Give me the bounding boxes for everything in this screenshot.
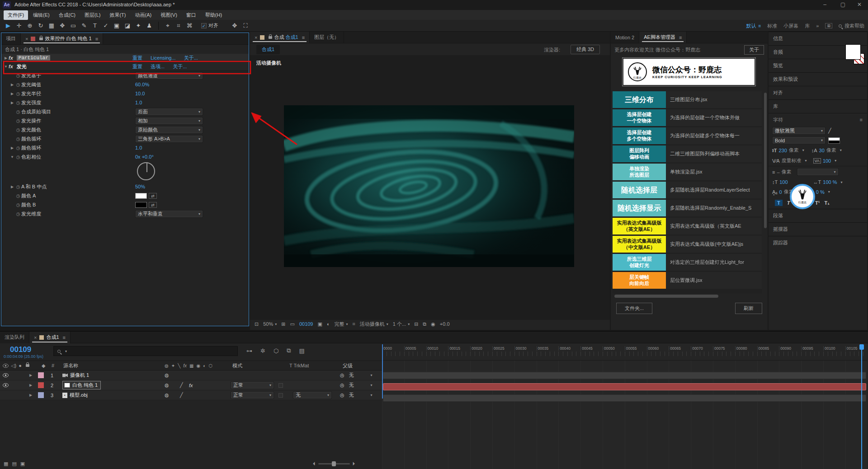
dock-panel-4[interactable]: 对齐 xyxy=(769,86,867,99)
workspace-tab-default[interactable]: 默认≡ xyxy=(746,23,761,29)
tab-render-queue[interactable]: 渲染队列 xyxy=(0,332,29,343)
dock-bottom-panel-0[interactable]: 段落 xyxy=(769,209,867,222)
script-button[interactable]: 选择层创建多个空物体 xyxy=(613,127,666,144)
tab-layer[interactable]: 图层（无） xyxy=(310,32,344,43)
swap-colors-icon[interactable]: ⇄ xyxy=(149,202,157,208)
dock-panel-5[interactable]: 库 xyxy=(769,99,867,113)
tsume-value[interactable]: 0 % xyxy=(816,189,825,195)
roi-icon[interactable]: ⌗ xyxy=(353,321,355,327)
fx-switch[interactable]: fx xyxy=(189,383,193,388)
axis-mode-icon-2[interactable]: ⌘ xyxy=(184,22,195,29)
menu-item-8[interactable]: 帮助(H) xyxy=(201,10,226,20)
stopwatch-icon[interactable]: ◷ xyxy=(15,136,21,141)
workspace-tab-standard[interactable]: 标准 xyxy=(767,23,777,29)
trkmat-dropdown[interactable]: 无▾ xyxy=(293,391,332,399)
parent-dropdown[interactable]: 无▾ xyxy=(347,381,375,389)
fill-over-stroke-swatch[interactable] xyxy=(828,137,840,144)
minimize-button[interactable]: – xyxy=(821,1,829,8)
effect-name[interactable]: 发光 xyxy=(17,63,27,70)
property-dropdown[interactable]: 原始颜色▾ xyxy=(135,126,203,134)
parent-pickwhip-icon[interactable]: ◎ xyxy=(340,392,344,398)
stopwatch-icon[interactable]: ◷ xyxy=(15,211,21,216)
stopwatch-icon[interactable]: ◷ xyxy=(15,73,21,78)
tab-composition[interactable]: × 合成 合成1 ≡ xyxy=(250,32,310,43)
effect-link-1[interactable]: 选项... xyxy=(151,63,165,70)
rotation-tool[interactable]: ↻ xyxy=(35,22,46,29)
expander-icon[interactable]: ▶ xyxy=(9,146,15,150)
preserve-transparency-checkbox[interactable] xyxy=(278,383,283,388)
grid-guides-icon[interactable]: ⊞ xyxy=(281,321,285,327)
property-dropdown[interactable]: 颜色通道▾ xyxy=(135,72,203,80)
leading-value[interactable]: 30 xyxy=(819,148,825,153)
tab-timeline-comp[interactable]: × 合成1 ≡ xyxy=(29,332,71,343)
expander-icon[interactable]: ▶ xyxy=(3,56,9,60)
hand-tool[interactable]: ✛ xyxy=(14,22,24,29)
camera-dropdown[interactable]: 活动摄像机▾ xyxy=(360,321,388,328)
layer-label-swatch[interactable] xyxy=(38,392,44,398)
effect-name[interactable]: Particular xyxy=(17,55,50,61)
stopwatch-icon[interactable]: ◷ xyxy=(15,127,21,132)
timeline-icon[interactable]: ⧉ xyxy=(423,321,426,327)
expander-icon[interactable]: ▼ xyxy=(9,155,15,159)
help-search[interactable]: 搜索帮助 xyxy=(839,23,864,29)
fx-badge[interactable]: fx xyxy=(9,55,13,61)
faux-style-button-4[interactable]: T¹ xyxy=(815,200,820,206)
zoom-tool[interactable]: ⊕ xyxy=(24,22,35,29)
mask-toggle-icon[interactable]: ▭ xyxy=(290,321,294,327)
current-frame-display[interactable]: 00109 xyxy=(10,345,31,354)
tab-motion2[interactable]: Motion 2 xyxy=(611,32,639,43)
trkmat-header[interactable]: T TrkMat xyxy=(289,363,309,368)
camera-tool[interactable]: ▦ xyxy=(46,22,57,29)
font-size-value[interactable]: 230 xyxy=(778,148,787,153)
tracking-value[interactable]: 100 xyxy=(823,158,831,164)
toolbar-extra-icon-1[interactable]: ⛶ xyxy=(240,22,251,29)
stopwatch-icon[interactable]: ◷ xyxy=(15,202,21,207)
script-button[interactable]: 实用表达式集高级版（中文版AE） xyxy=(613,236,666,253)
layer-name[interactable]: 白色 纯色 1 xyxy=(72,382,98,389)
timeline-bottom-icon-2[interactable]: ▣ xyxy=(20,461,25,467)
timeline-bottom-icon-0[interactable]: ▦ xyxy=(4,461,8,467)
menu-item-6[interactable]: 视图(V) xyxy=(156,10,181,20)
comp-breadcrumb-chip[interactable]: 合成1 xyxy=(256,45,280,54)
parent-pickwhip-icon[interactable]: ◎ xyxy=(340,382,344,388)
pixel-aspect-icon[interactable]: ⊟ xyxy=(414,321,418,327)
toolbar-extra-icon-0[interactable]: ✥ xyxy=(229,22,240,29)
timeline-control-icon-2[interactable]: ⬡ xyxy=(274,347,278,354)
layer-duration-bar[interactable] xyxy=(383,383,866,390)
exposure-value[interactable]: +0.0 xyxy=(440,321,450,327)
baseline-shift-value[interactable]: 0 xyxy=(779,189,782,195)
stopwatch-icon[interactable]: ◷ xyxy=(15,193,21,198)
expander-icon[interactable]: ▶ xyxy=(9,83,15,87)
script-button[interactable]: 选择层创建一个空物体 xyxy=(613,109,666,126)
number-column-header[interactable]: # xyxy=(52,363,54,368)
lock-icon[interactable] xyxy=(269,36,272,39)
property-value[interactable]: 1.0 xyxy=(135,145,142,150)
property-dropdown[interactable]: 相加▾ xyxy=(135,117,203,125)
stopwatch-icon[interactable]: ◷ xyxy=(15,109,21,114)
expander-icon[interactable]: ▼ xyxy=(3,65,9,69)
expander-icon[interactable]: ▶ xyxy=(9,92,15,96)
eye-toggle[interactable] xyxy=(3,383,9,387)
layer-duration-bar[interactable] xyxy=(383,394,866,402)
label-column-header[interactable]: ◆ xyxy=(42,363,45,369)
layer-row-3[interactable]: ▶3▪模型.obj◍╱正常▾无▾◎无▾ xyxy=(0,390,382,400)
shape-tool[interactable]: ▭ xyxy=(68,22,79,29)
stopwatch-icon[interactable]: ◷ xyxy=(15,184,21,189)
brush-tool[interactable]: ✓ xyxy=(100,22,111,29)
maximize-button[interactable]: ▢ xyxy=(838,1,848,8)
vertical-scale-value[interactable]: 100 xyxy=(779,179,788,185)
character-title[interactable]: 字符 xyxy=(773,117,783,123)
timeline-search-box[interactable]: ▾ xyxy=(53,346,238,356)
timeline-control-icon-0[interactable]: ⊶ xyxy=(246,347,252,354)
eyedropper-icon[interactable]: ╱ xyxy=(828,128,831,134)
current-time-indicator[interactable] xyxy=(861,344,862,469)
shy-switch[interactable]: ◍ xyxy=(165,382,169,388)
angle-dial[interactable] xyxy=(1,161,249,182)
script-vscrollbar[interactable] xyxy=(764,93,767,228)
workspace-tab-small-screen[interactable]: 小屏幕 xyxy=(783,23,798,29)
timeline-control-icon-4[interactable]: ▤ xyxy=(299,347,305,354)
current-frame[interactable]: 00109 xyxy=(299,321,313,327)
menu-item-7[interactable]: 窗口 xyxy=(182,10,200,20)
effect-link-0[interactable]: 重置 xyxy=(132,55,142,61)
snapshot-icon[interactable]: ▣ xyxy=(317,321,322,327)
